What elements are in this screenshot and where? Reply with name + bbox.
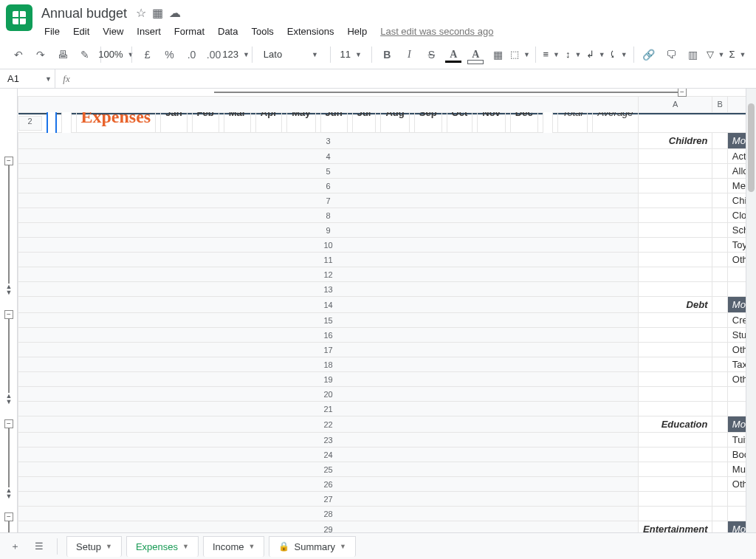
spreadsheet-grid[interactable]: ABCDEFGHIJKLMNOPQR2ExpensesJanFebMarAprM… <box>18 89 756 532</box>
sheet-tab-expenses[interactable]: Expenses▼ <box>126 536 199 557</box>
borders-button[interactable]: ▦ <box>488 45 507 64</box>
strikethrough-button[interactable]: S <box>422 45 441 64</box>
row-outline-gutter[interactable]: −▲▼−▲▼−▲▼−▲▼ <box>0 89 18 532</box>
menu-format[interactable]: Format <box>168 24 210 38</box>
font-select[interactable]: Lato▼ <box>258 45 324 64</box>
link-button[interactable]: 🔗 <box>639 45 659 64</box>
number-format-select[interactable]: 123▼ <box>227 45 246 64</box>
menu-extensions[interactable]: Extensions <box>281 24 340 38</box>
paint-format-button[interactable]: ✎ <box>75 45 94 64</box>
row-header-23[interactable]: 23 <box>18 433 639 447</box>
zoom-select[interactable]: 100%▼ <box>106 45 126 64</box>
chart-button[interactable]: ▥ <box>684 45 703 64</box>
lock-icon: 🔒 <box>278 541 289 552</box>
row-header-9[interactable]: 9 <box>18 223 639 238</box>
text-color-button[interactable]: A <box>444 45 463 64</box>
h-align-button[interactable]: ≡▼ <box>542 45 561 64</box>
row-header-10[interactable]: 10 <box>18 238 639 253</box>
toolbar: ↶ ↷ 🖶 ✎ 100%▼ £ % .0 .00 123▼ Lato▼ 11▼ … <box>0 40 756 69</box>
menu-insert[interactable]: Insert <box>131 24 167 38</box>
row-header-3[interactable]: 3 <box>18 133 639 149</box>
increase-decimal-button[interactable]: .00 <box>205 45 224 64</box>
section-children[interactable]: Children <box>639 133 712 149</box>
print-button[interactable]: 🖶 <box>53 45 72 64</box>
sheet-tab-setup[interactable]: Setup▼ <box>66 536 122 557</box>
app-logo[interactable] <box>6 4 32 31</box>
chevron-down-icon[interactable]: ▼ <box>340 543 346 550</box>
row-header-6[interactable]: 6 <box>18 179 639 193</box>
all-sheets-button[interactable]: ☰ <box>30 536 48 556</box>
menu-data[interactable]: Data <box>212 24 244 38</box>
rotate-button[interactable]: ⤹▼ <box>608 45 628 64</box>
row-header-13[interactable]: 13 <box>18 282 639 297</box>
sheet-tab-income[interactable]: Income▼ <box>203 536 265 557</box>
italic-button[interactable]: I <box>399 45 419 64</box>
row-header-17[interactable]: 17 <box>18 343 639 357</box>
currency-button[interactable]: £ <box>138 45 157 64</box>
row-header-8[interactable]: 8 <box>18 208 639 223</box>
chevron-down-icon[interactable]: ▼ <box>106 543 112 550</box>
row-header-14[interactable]: 14 <box>18 297 639 313</box>
row-header-28[interactable]: 28 <box>18 507 639 521</box>
row-header-7[interactable]: 7 <box>18 193 639 208</box>
doc-title[interactable]: Annual budget <box>38 6 130 21</box>
fill-color-button[interactable]: A <box>466 45 485 64</box>
decrease-decimal-button[interactable]: .0 <box>182 45 202 64</box>
redo-button[interactable]: ↷ <box>31 45 50 64</box>
separator <box>57 538 58 555</box>
font-size-select[interactable]: 11▼ <box>336 45 365 64</box>
fx-icon: fx <box>55 73 78 85</box>
undo-button[interactable]: ↶ <box>9 45 28 64</box>
section-entertainment[interactable]: Entertainment <box>639 521 712 533</box>
row-header-29[interactable]: 29 <box>18 521 639 533</box>
row-header-27[interactable]: 27 <box>18 492 639 507</box>
menu-help[interactable]: Help <box>341 24 373 38</box>
menubar: FileEditViewInsertFormatDataToolsExtensi… <box>38 22 493 40</box>
last-edit-link[interactable]: Last edit was seconds ago <box>380 26 493 37</box>
menu-view[interactable]: View <box>97 24 129 38</box>
menu-file[interactable]: File <box>38 24 66 38</box>
add-sheet-button[interactable]: ＋ <box>6 535 24 558</box>
row-header-20[interactable]: 20 <box>18 387 639 402</box>
row-header-11[interactable]: 11 <box>18 253 639 267</box>
comment-button[interactable]: 🗨 <box>662 45 681 64</box>
row-header-15[interactable]: 15 <box>18 313 639 328</box>
row-header-4[interactable]: 4 <box>18 149 639 164</box>
row-header-21[interactable]: 21 <box>18 402 639 416</box>
sheet-tab-summary[interactable]: 🔒Summary▼ <box>269 536 356 557</box>
section-education[interactable]: Education <box>639 416 712 433</box>
row-header-5[interactable]: 5 <box>18 164 639 179</box>
row-header-2[interactable]: 2 <box>18 116 42 131</box>
name-box[interactable]: A1▼ <box>0 69 55 88</box>
star-icon[interactable]: ☆ <box>134 6 148 21</box>
row-header-18[interactable]: 18 <box>18 357 639 372</box>
col-header-B[interactable]: B <box>712 96 727 112</box>
menu-tools[interactable]: Tools <box>245 24 279 38</box>
row-header-22[interactable]: 22 <box>18 416 639 433</box>
select-all-corner[interactable] <box>18 96 639 112</box>
merge-button[interactable]: ⬚▼ <box>510 45 529 64</box>
row-header-25[interactable]: 25 <box>18 462 639 477</box>
row-header-24[interactable]: 24 <box>18 447 639 462</box>
section-debt[interactable]: Debt <box>639 297 712 313</box>
column-group-indicator[interactable]: − <box>214 90 682 95</box>
chevron-down-icon[interactable]: ▼ <box>249 543 255 550</box>
row-header-16[interactable]: 16 <box>18 328 639 343</box>
menu-edit[interactable]: Edit <box>67 24 95 38</box>
sheet-tab-label: Income <box>213 541 244 552</box>
vertical-scrollbar[interactable] <box>746 89 756 532</box>
row-header-19[interactable]: 19 <box>18 372 639 387</box>
percent-button[interactable]: % <box>160 45 179 64</box>
cloud-icon[interactable]: ☁ <box>168 6 182 21</box>
filter-button[interactable]: ▽▼ <box>706 45 725 64</box>
sheet-tab-label: Setup <box>76 541 101 552</box>
row-header-26[interactable]: 26 <box>18 477 639 492</box>
functions-button[interactable]: Σ▼ <box>728 45 747 64</box>
move-icon[interactable]: ▦ <box>151 6 165 21</box>
v-align-button[interactable]: ↕▼ <box>564 45 583 64</box>
col-header-A[interactable]: A <box>639 96 712 112</box>
bold-button[interactable]: B <box>377 45 396 64</box>
chevron-down-icon[interactable]: ▼ <box>182 543 189 550</box>
wrap-button[interactable]: ↲▼ <box>586 45 605 64</box>
row-header-12[interactable]: 12 <box>18 267 639 282</box>
